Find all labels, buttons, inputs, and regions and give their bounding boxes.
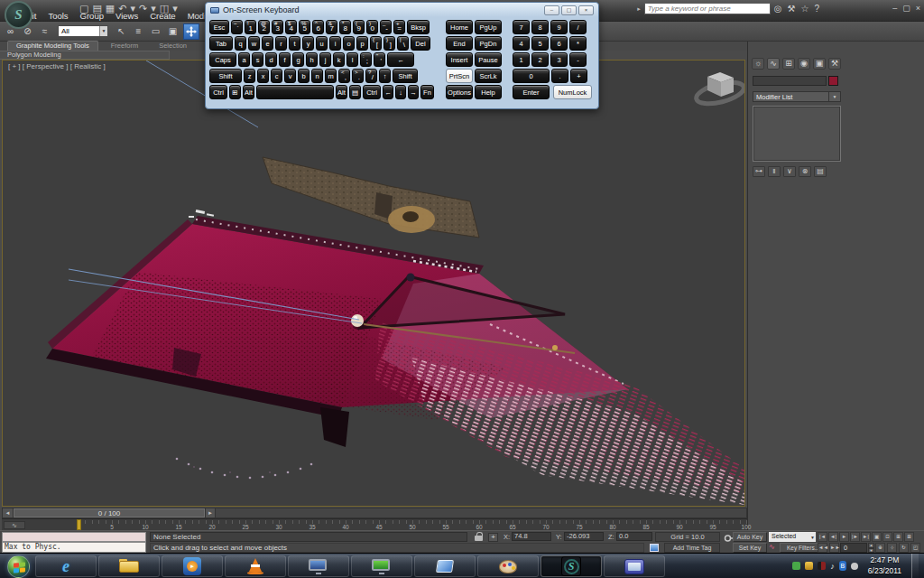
- osk-key-numlock[interactable]: NumLock: [553, 85, 592, 99]
- selection-lock-icon[interactable]: [475, 536, 483, 541]
- y-coordinate-field[interactable]: -26.093: [564, 532, 604, 541]
- osk-key-5[interactable]: %5: [299, 20, 310, 34]
- add-time-tag[interactable]: Add Time Tag: [664, 543, 720, 553]
- osk-key-n[interactable]: n: [311, 69, 323, 83]
- minimize-button[interactable]: –: [892, 4, 897, 14]
- osk-key-shift-right[interactable]: Shift: [393, 69, 418, 83]
- modifier-list-dropdown[interactable]: Modifier List: [753, 91, 829, 102]
- tray-icon-volume[interactable]: ♪: [830, 562, 835, 571]
- tray-icon-bluetooth[interactable]: B: [839, 561, 846, 571]
- help-icon[interactable]: ?: [814, 3, 819, 14]
- subscription-center-icon[interactable]: ⚒: [788, 3, 796, 14]
- time-slider-marker[interactable]: [77, 519, 81, 530]
- osk-key-num-dot[interactable]: .: [551, 69, 568, 83]
- osk-key-help[interactable]: Help: [475, 85, 502, 99]
- create-tab-icon[interactable]: ☼: [752, 58, 764, 70]
- osk-key-4[interactable]: $4: [285, 20, 297, 34]
- maxscript-mini-listener[interactable]: [2, 532, 146, 542]
- osk-key-end[interactable]: End: [446, 36, 473, 51]
- osk-key-num6[interactable]: 6: [550, 36, 568, 51]
- viewcube[interactable]: [694, 72, 744, 107]
- taskbar-item-internet-explorer[interactable]: e: [35, 555, 97, 577]
- osk-key-0[interactable]: )0: [366, 20, 378, 34]
- tray-icon-red-app[interactable]: [818, 562, 826, 570]
- osk-key-h[interactable]: h: [306, 52, 318, 67]
- osk-key-i[interactable]: i: [329, 36, 341, 51]
- osk-key-g[interactable]: g: [292, 52, 304, 67]
- osk-key-b[interactable]: b: [298, 69, 310, 83]
- taskbar-clock[interactable]: 2:47 PM 6/23/2011: [863, 555, 907, 575]
- osk-title-bar[interactable]: On-Screen Keyboard –▢×: [206, 3, 598, 17]
- osk-key-w[interactable]: w: [248, 36, 260, 51]
- tray-icon-misc[interactable]: [851, 563, 858, 570]
- key-step-forward-button[interactable]: ►►: [829, 543, 839, 553]
- osk-key-ctrl-right[interactable]: Ctrl: [363, 85, 381, 99]
- select-and-move-button[interactable]: [183, 23, 199, 40]
- osk-key-insert[interactable]: Insert: [446, 52, 473, 67]
- osk-key-q[interactable]: q: [235, 36, 246, 51]
- viewport-label[interactable]: [ + ] [ Perspective ] [ Realistic ]: [8, 62, 106, 70]
- osk-key-arrow-up[interactable]: ↑: [379, 69, 391, 83]
- mini-curve-editor-button[interactable]: ∿: [4, 521, 25, 529]
- make-unique-icon[interactable]: ∨: [783, 166, 796, 177]
- zoom-extents-icon[interactable]: ⊞: [893, 532, 903, 542]
- pan-hand-icon[interactable]: ⊹: [887, 543, 897, 553]
- modifier-stack[interactable]: [753, 106, 841, 162]
- osk-key-8[interactable]: *8: [339, 20, 351, 34]
- next-frame-button[interactable]: |►: [850, 532, 860, 542]
- auto-key-button[interactable]: Auto Key: [733, 532, 767, 542]
- taskbar-item-remote-app[interactable]: [288, 555, 349, 577]
- time-slider-track[interactable]: [216, 508, 746, 517]
- osk-key-win[interactable]: ⊞: [229, 85, 241, 99]
- time-slider-handle[interactable]: 0 / 100: [14, 508, 205, 517]
- rectangular-selection-region-icon[interactable]: ▭: [148, 23, 163, 39]
- osk-key-.[interactable]: >.: [352, 69, 364, 83]
- object-color-swatch[interactable]: [828, 76, 838, 86]
- osk-key-return[interactable]: ←: [387, 52, 414, 67]
- absolute-mode-icon[interactable]: +: [488, 533, 498, 542]
- osk-key-num9[interactable]: 9: [550, 20, 568, 34]
- maxscript-listener-input[interactable]: Max to Physc.: [2, 542, 146, 553]
- osk-key-num-mul[interactable]: *: [569, 36, 587, 51]
- tray-icon-security-lock[interactable]: [805, 562, 813, 570]
- z-coordinate-field[interactable]: 0.0: [616, 532, 652, 541]
- modify-tab-icon[interactable]: ∿: [767, 58, 780, 70]
- osk-key-1[interactable]: !1: [245, 20, 256, 34]
- osk-key-num7[interactable]: 7: [513, 20, 530, 34]
- osk-key-num0[interactable]: 0: [513, 69, 550, 83]
- select-by-name-icon[interactable]: ≡: [131, 23, 146, 39]
- osk-key-e[interactable]: e: [262, 36, 273, 51]
- osk-key-arrow-down[interactable]: ↓: [395, 85, 406, 99]
- motion-tab-icon[interactable]: ◉: [798, 58, 810, 70]
- osk-key-prtscn[interactable]: PrtScn: [446, 69, 473, 83]
- point-cloud-pool-table[interactable]: [46, 61, 744, 505]
- osk-key-num5[interactable]: 5: [531, 36, 549, 51]
- start-button[interactable]: [3, 555, 33, 577]
- osk-maximize-button[interactable]: ▢: [561, 5, 577, 15]
- utilities-tab-icon[interactable]: ⚒: [828, 58, 841, 70]
- osk-key-num-sub[interactable]: -: [569, 52, 587, 67]
- osk-key-s[interactable]: s: [252, 52, 263, 67]
- osk-key-shift[interactable]: Shift: [209, 69, 242, 83]
- zoom-icon[interactable]: ⊕: [875, 543, 885, 553]
- taskbar-item-windows-explorer[interactable]: [98, 555, 160, 577]
- osk-key-,[interactable]: <,: [338, 69, 350, 83]
- osk-key-caps[interactable]: Caps: [209, 52, 236, 67]
- taskbar-item-capture-app[interactable]: [351, 555, 412, 577]
- infocenter-expand-icon[interactable]: ▸: [637, 5, 641, 13]
- osk-minimize-button[interactable]: –: [544, 5, 559, 15]
- zoom-extents-all-icon[interactable]: ⊠: [904, 532, 914, 542]
- osk-key-d[interactable]: d: [265, 52, 277, 67]
- previous-frame-arrow[interactable]: ◄: [3, 508, 14, 517]
- osk-key-p[interactable]: p: [356, 36, 368, 51]
- time-slider[interactable]: ◄ 0 / 100 ►: [2, 508, 747, 518]
- osk-key-menu[interactable]: ▤: [349, 85, 361, 99]
- key-step-back-button[interactable]: ◄◄: [818, 543, 827, 553]
- osk-key-del[interactable]: Del: [411, 36, 430, 51]
- osk-key-c[interactable]: c: [271, 69, 282, 83]
- taskbar-item-paint[interactable]: [477, 555, 539, 577]
- osk-key-[[interactable]: {[: [370, 36, 382, 51]
- taskbar-item-3ds-max[interactable]: S: [541, 555, 602, 577]
- bind-to-space-warp-icon[interactable]: ≈: [37, 23, 52, 39]
- x-coordinate-field[interactable]: 74.8: [512, 532, 551, 541]
